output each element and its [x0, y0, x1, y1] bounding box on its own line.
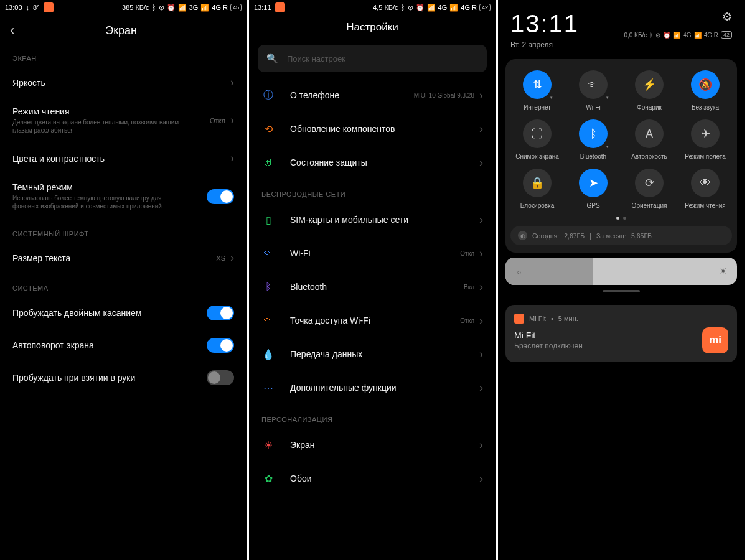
chevron-down-icon: ▾: [606, 95, 609, 100]
section-label: СИСТЕМНЫЙ ШРИФТ: [0, 219, 247, 243]
row-auto-rotate[interactable]: Автоповорот экрана: [0, 329, 247, 362]
qs-tile-bluetooth[interactable]: ᛒ▾Bluetooth: [566, 119, 620, 160]
notif-time-ago: 5 мин.: [558, 315, 578, 322]
info-icon: ⓘ: [261, 88, 275, 102]
brightness-low-icon: ☼: [515, 267, 523, 276]
qs-tile-gps[interactable]: ➤GPS: [566, 169, 620, 209]
row-raise-to-wake[interactable]: Пробуждать при взятии в руки: [0, 362, 247, 394]
chevron-right-icon: ›: [479, 281, 483, 294]
section-label: БЕСПРОВОДНЫЕ СЕТИ: [249, 179, 496, 203]
row-double-tap-wake[interactable]: Пробуждать двойным касанием: [0, 297, 247, 329]
qs-tile-режим-полета[interactable]: ✈Режим полета: [679, 119, 732, 160]
tile-label: Без звука: [692, 104, 719, 111]
row-value: XS: [216, 254, 225, 262]
tile-icon: ᯤ▾: [579, 70, 608, 99]
notif-subtitle: Браслет подключен: [514, 342, 583, 350]
shield-icon: ⛨: [261, 156, 275, 169]
chevron-right-icon: ›: [230, 76, 234, 89]
tile-icon: ᛒ▾: [579, 119, 608, 148]
row-data-usage[interactable]: 💧 Передача данных ›: [249, 337, 496, 371]
row-hotspot[interactable]: ᯤ Точка доступа Wi-Fi Откл ›: [249, 304, 496, 337]
qs-tile-фонарик[interactable]: ⚡Фонарик: [622, 70, 676, 111]
qs-tile-автояркость[interactable]: AАвтояркость: [622, 119, 676, 160]
chevron-right-icon: ›: [479, 247, 483, 260]
shade-header: 13:11 Вт, 2 апреля ⚙ 0,0 КБ/с ᛒ ⊘ ⏰ 📶 4G…: [498, 0, 745, 54]
qs-tile-ориентация[interactable]: ⟳Ориентация: [622, 169, 676, 209]
row-more[interactable]: ⋯ Дополнительные функции ›: [249, 371, 496, 404]
status-speed: 0,0 КБ/с: [624, 32, 647, 39]
row-system-update[interactable]: ⟲ Обновление компонентов ›: [249, 112, 496, 146]
data-usage-row[interactable]: ◐ Сегодня: 2,67ГБ | За месяц: 5,65ГБ: [510, 226, 732, 245]
row-title: Обои: [290, 474, 479, 483]
search-input[interactable]: 🔍 Поиск настроек: [258, 45, 487, 72]
row-value: Откл: [210, 117, 225, 124]
row-reading-mode[interactable]: Режим чтения Делает цвета на экране боле…: [0, 98, 247, 143]
sun-icon: ☀: [261, 438, 275, 452]
notification-card[interactable]: Mi Fit • 5 мин. Mi Fit Браслет подключен…: [505, 305, 737, 362]
row-title: Передача данных: [290, 349, 479, 359]
qs-tile-без-звука[interactable]: 🔕Без звука: [679, 70, 732, 111]
chevron-right-icon: ›: [230, 114, 234, 127]
row-title: Обновление компонентов: [290, 124, 479, 134]
qs-tile-режим-чтения[interactable]: 👁Режим чтения: [679, 169, 732, 209]
bluetooth-icon: ᛒ: [261, 280, 275, 294]
row-title: Режим чтения: [12, 106, 210, 116]
chevron-right-icon: ›: [479, 348, 483, 361]
search-icon: 🔍: [266, 53, 278, 64]
row-title: Bluetooth: [290, 282, 464, 292]
status-net2: 4G R: [212, 4, 228, 11]
tile-icon: ⟳: [635, 169, 664, 197]
notif-app-name: Mi Fit: [529, 315, 546, 322]
dnd-icon: ⊘: [159, 4, 164, 12]
row-sim-cards[interactable]: ▯ SIM-карты и мобильные сети ›: [249, 203, 496, 236]
qs-tile-wi-fi[interactable]: ᯤ▾Wi-Fi: [566, 70, 620, 111]
tile-label: Снимок экрана: [515, 153, 559, 160]
phone-settings-root: 13:11 4,5 КБ/с ᛒ ⊘ ⏰ 📶 4G 📶 4G R 42 Наст…: [249, 0, 496, 560]
row-title: Пробуждать двойным касанием: [12, 308, 207, 318]
shade-handle[interactable]: [603, 290, 640, 292]
qs-tile-снимок-экрана[interactable]: ⛶Снимок экрана: [510, 119, 564, 160]
status-net2: 4G R: [461, 4, 477, 11]
toggle-double-tap[interactable]: [207, 306, 234, 320]
brightness-slider[interactable]: ☼ ☀: [505, 258, 737, 285]
status-temp: 8°: [33, 4, 40, 11]
pager-dots[interactable]: [510, 217, 732, 220]
row-display[interactable]: ☀ Экран ›: [249, 428, 496, 462]
settings-gear-icon[interactable]: ⚙: [722, 10, 732, 24]
status-net1: 4G: [438, 4, 448, 11]
qs-tile-блокировка[interactable]: 🔒Блокировка: [510, 169, 564, 209]
row-brightness[interactable]: Яркость ›: [0, 67, 247, 98]
phone-display-settings: 13:00 ↓ 8° 385 КБ/с ᛒ ⊘ ⏰ 📶 3G 📶 4G R 45…: [0, 0, 247, 560]
alarm-icon: ⏰: [416, 4, 425, 12]
row-colors[interactable]: Цвета и контрастность ›: [0, 143, 247, 174]
data-usage-icon: ◐: [518, 231, 527, 240]
bluetooth-icon: ᛒ: [649, 32, 653, 39]
tile-label: Bluetooth: [580, 153, 606, 160]
toggle-raise-wake[interactable]: [207, 370, 234, 385]
clock: 13:11: [510, 10, 579, 38]
back-button[interactable]: ‹: [10, 22, 14, 39]
row-security-status[interactable]: ⛨ Состояние защиты ›: [249, 146, 496, 179]
row-text-size[interactable]: Размер текста XS ›: [0, 243, 247, 273]
toggle-dark-mode[interactable]: [207, 189, 234, 204]
usage-sep: |: [590, 232, 591, 240]
usage-today-label: Сегодня:: [532, 232, 559, 240]
hotspot-icon: ᯤ: [261, 314, 275, 327]
usage-today-value: 2,67ГБ: [564, 232, 585, 240]
toggle-auto-rotate[interactable]: [207, 338, 234, 353]
row-wifi[interactable]: ᯤ Wi-Fi Откл ›: [249, 236, 496, 270]
row-value: Откл: [460, 250, 474, 257]
row-wallpaper[interactable]: ✿ Обои ›: [249, 462, 496, 495]
phone-notification-shade: 13:11 Вт, 2 апреля ⚙ 0,0 КБ/с ᛒ ⊘ ⏰ 📶 4G…: [498, 0, 745, 560]
row-dark-mode[interactable]: Темный режим Использовать более темную ц…: [0, 174, 247, 219]
pager-dot: [616, 217, 619, 220]
app-badge-icon: [275, 2, 285, 12]
tile-label: Автояркость: [631, 153, 667, 160]
section-label: СИСТЕМА: [0, 273, 247, 297]
qs-tile-интернет[interactable]: ⇅▾Интернет: [510, 70, 564, 111]
row-title: SIM-карты и мобильные сети: [290, 215, 479, 225]
row-bluetooth[interactable]: ᛒ Bluetooth Вкл ›: [249, 270, 496, 304]
row-about-phone[interactable]: ⓘ О телефоне MIUI 10 Global 9.3.28 ›: [249, 78, 496, 112]
tile-label: Режим полета: [685, 153, 725, 160]
chevron-right-icon: ›: [479, 314, 483, 327]
